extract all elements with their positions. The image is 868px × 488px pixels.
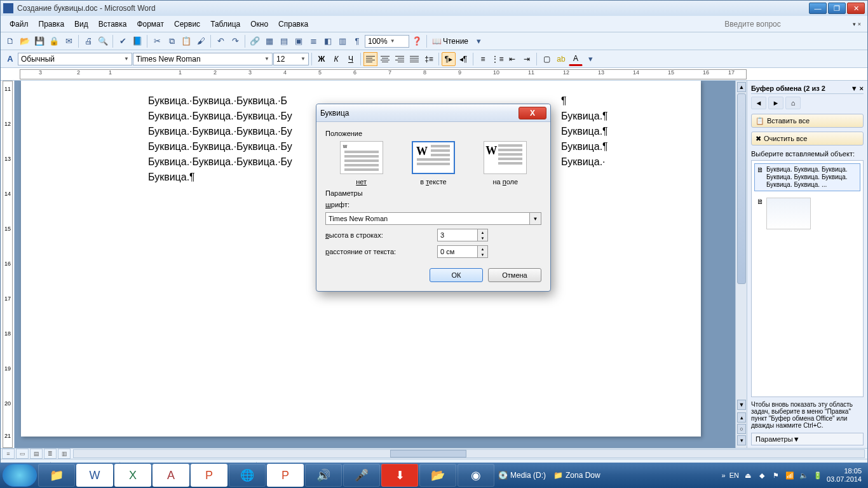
menu-file[interactable]: Файл [4, 18, 34, 30]
redo-icon[interactable]: ↷ [228, 34, 242, 48]
formatbar-options-icon[interactable]: ▾ [583, 52, 597, 66]
format-painter-icon[interactable]: 🖌 [194, 34, 208, 48]
hyperlink-icon[interactable]: 🔗 [248, 34, 262, 48]
cut-icon[interactable]: ✂ [150, 34, 164, 48]
save-icon[interactable]: 💾 [32, 34, 46, 48]
line-spacing-icon[interactable]: ‡≡ [422, 52, 436, 66]
font-dropdown[interactable]: Times New Roman ▼ [325, 212, 541, 225]
tray-keyboard-lang[interactable]: EN [729, 471, 739, 479]
minimize-button[interactable]: — [809, 3, 827, 14]
columns-icon[interactable]: ≣ [306, 34, 320, 48]
preview-icon[interactable]: 🔍 [96, 34, 110, 48]
tray-chevron-icon[interactable]: » [722, 471, 726, 479]
start-button[interactable] [3, 464, 37, 487]
maximize-button[interactable]: ❐ [828, 3, 846, 14]
size-combo[interactable]: 12▼ [273, 53, 309, 65]
highlight-icon[interactable]: ab [554, 52, 568, 66]
clipboard-options-button[interactable]: Параметры ▼ [751, 433, 864, 445]
menu-tools[interactable]: Сервис [169, 18, 205, 30]
tables-borders-icon[interactable]: ▦ [262, 34, 276, 48]
insert-table-icon[interactable]: ▤ [277, 34, 291, 48]
next-page-icon[interactable]: ▾ [737, 435, 746, 445]
task-access-icon[interactable]: A [153, 464, 189, 487]
rtl-icon[interactable]: ◂¶ [456, 52, 470, 66]
task-app-red-icon[interactable]: ⬇ [381, 464, 418, 487]
task-word-icon[interactable]: W [76, 464, 113, 487]
ask-question-input[interactable] [723, 18, 850, 30]
style-combo[interactable]: Обычный▼ [18, 53, 132, 65]
prev-page-icon[interactable]: ▴ [737, 412, 746, 423]
align-justify-button[interactable] [407, 52, 421, 66]
align-left-button[interactable] [363, 52, 377, 66]
menu-edit[interactable]: Правка [34, 18, 70, 30]
tray-safe-remove-icon[interactable]: ⏏ [743, 470, 753, 480]
mail-icon[interactable]: ✉ [62, 34, 76, 48]
clipboard-item[interactable]: 🗎 [754, 195, 860, 232]
task-ppt2-icon[interactable]: P [267, 464, 304, 487]
task-browser-icon[interactable]: 🌐 [229, 464, 266, 487]
taskpane-home-icon[interactable]: ⌂ [785, 97, 801, 109]
research-icon[interactable]: 📘 [130, 34, 144, 48]
menu-format[interactable]: Формат [132, 18, 169, 30]
paste-icon[interactable]: 📋 [179, 34, 193, 48]
excel-icon[interactable]: ▣ [292, 34, 306, 48]
distance-spinner[interactable]: 0 см▲▼ [437, 245, 488, 258]
cancel-button[interactable]: Отмена [488, 268, 541, 282]
read-mode-button[interactable]: 📖 Чтение [430, 37, 471, 46]
web-view-icon[interactable]: ▭ [16, 449, 29, 459]
spell-icon[interactable]: ✔ [116, 34, 130, 48]
position-in-text[interactable]: W в в текстетексте [408, 141, 459, 186]
outline-view-icon[interactable]: ≣ [44, 449, 57, 459]
taskpane-fwd-icon[interactable]: ► [768, 97, 783, 109]
dialog-close-button[interactable]: X [519, 107, 546, 119]
print-view-icon[interactable]: ▤ [30, 449, 43, 459]
menubar-chevron-icon[interactable]: ▾ × [850, 21, 864, 27]
clear-all-button[interactable]: ✖ Очистить все [751, 132, 864, 146]
copy-icon[interactable]: ⧉ [165, 34, 179, 48]
doc-text-right[interactable]: ¶ Буквица.¶ Буквица.¶ Буквица.¶ Буквица.… [561, 93, 608, 170]
normal-view-icon[interactable]: ≡ [2, 449, 15, 459]
browse-object-icon[interactable]: ○ [737, 424, 746, 434]
scroll-thumb[interactable] [737, 93, 746, 284]
task-mic-icon[interactable]: 🎤 [343, 464, 380, 487]
tray-network-icon[interactable]: 📶 [785, 470, 795, 480]
tray-flag-icon[interactable]: ⚑ [771, 470, 781, 480]
task-folder2-icon[interactable]: 📂 [419, 464, 456, 487]
hscroll-thumb[interactable] [390, 450, 466, 458]
bold-button[interactable]: Ж [315, 52, 329, 66]
align-right-button[interactable] [393, 52, 407, 66]
dialog-titlebar[interactable]: Буквица X [316, 104, 550, 122]
toolbar-options-icon[interactable]: ▾ [471, 34, 485, 48]
paste-all-button[interactable]: 📋 Вставить все [751, 114, 864, 128]
tray-clock[interactable]: 18:05 03.07.2014 [827, 467, 862, 484]
position-margin[interactable]: W на поле [480, 141, 531, 186]
task-excel-icon[interactable]: X [114, 464, 151, 487]
help-icon[interactable]: ❓ [410, 34, 424, 48]
permissions-icon[interactable]: 🔒 [47, 34, 61, 48]
menu-help[interactable]: Справка [273, 18, 313, 30]
borders-icon[interactable]: ▢ [539, 52, 553, 66]
task-explorer-icon[interactable]: 📁 [38, 464, 75, 487]
tray-app-icon[interactable]: ◆ [757, 470, 767, 480]
undo-icon[interactable]: ↶ [214, 34, 227, 48]
task-sound-icon[interactable]: 🔊 [305, 464, 342, 487]
bullets-icon[interactable]: ⋮≡ [491, 52, 505, 66]
showmarks-icon[interactable]: ¶ [350, 34, 364, 48]
menu-view[interactable]: Вид [69, 18, 93, 30]
taskpane-chevron-icon[interactable]: ▼ × [851, 85, 864, 92]
zoom-combo[interactable]: 100%▼ [365, 35, 409, 48]
task-chrome-icon[interactable]: ◉ [458, 464, 494, 487]
position-none[interactable]: w нет [336, 141, 387, 186]
task-media[interactable]: 💽 Media (D:) [494, 471, 550, 480]
numbering-icon[interactable]: ≡ [476, 52, 490, 66]
italic-button[interactable]: К [329, 52, 343, 66]
menu-insert[interactable]: Вставка [93, 18, 132, 30]
underline-button[interactable]: Ч [344, 52, 358, 66]
ltr-icon[interactable]: ¶▸ [442, 52, 456, 66]
font-color-icon[interactable]: A [569, 52, 583, 66]
align-center-button[interactable] [378, 52, 392, 66]
scroll-down-icon[interactable]: ▼ [737, 400, 746, 410]
docmap-icon[interactable]: ▥ [336, 34, 349, 48]
tray-battery-icon[interactable]: 🔋 [813, 470, 823, 480]
scroll-up-icon[interactable]: ▲ [737, 82, 746, 92]
